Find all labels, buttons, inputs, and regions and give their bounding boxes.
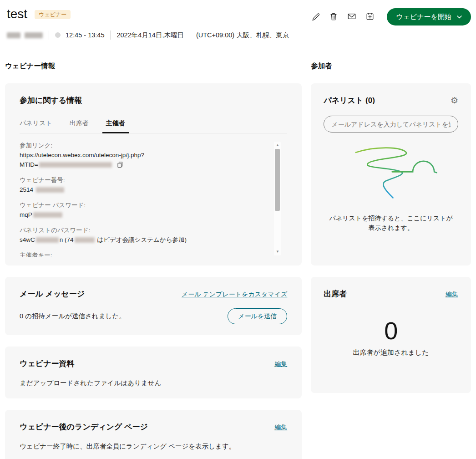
redacted-panelist-password [36,237,59,243]
envelope-icon [347,12,356,21]
header-actions: ウェビナーを開始 [310,6,471,26]
webinar-meta-row: 12:45 - 13:45 2022年4月14日,木曜日 (UTC+09:00)… [7,31,471,40]
section-title-webinar-info: ウェビナー情報 [5,61,302,71]
email-card-title: メール メッセージ [20,289,85,299]
divider [110,31,111,40]
landing-description: ウェビナー終了時に、出席者全員にランディング ページを表示します。 [20,442,287,451]
tab-panelist[interactable]: パネリスト [20,119,52,128]
join-link-url: https://utelecon.webex.com/utelecon-jp/j… [20,152,144,158]
attendees-edit-link[interactable]: 編集 [446,291,458,299]
attendees-card: 出席者 編集 0 出席者が追加されました [311,277,471,393]
materials-card-title: ウェビナー資料 [20,358,75,369]
tab-attendee[interactable]: 出席者 [70,119,89,128]
webinar-number-value: 2514 [20,186,33,193]
copy-icon [116,161,123,168]
participants-column: 参加者 パネリスト (0) ⚙ [311,61,471,459]
panelist-password-field: パネリストのパスワード: s4wCn (74 はビデオ会議システムから参加) [20,225,267,245]
redacted-host-name-2 [25,32,43,38]
materials-card: ウェビナー資料 編集 まだアップロードされたファイルはありません [5,347,302,398]
panelists-card-title: パネリスト (0) [324,95,375,106]
edit-button[interactable] [310,12,320,22]
landing-page-card: ウェビナー後のランディング ページ 編集 ウェビナー終了時に、出席者全員にランデ… [5,410,302,459]
send-email-button[interactable]: メールを送信 [228,308,287,324]
divider [49,31,49,40]
materials-edit-link[interactable]: 編集 [274,360,287,368]
webinar-info-column: ウェビナー情報 参加に関する情報 パネリスト 出席者 主催者 参加リンク: ht… [5,61,302,459]
panelist-password-mid: n (74 [60,236,74,243]
attendee-count: 0 [324,318,458,343]
empty-panelists-illustration [342,143,440,204]
webinar-timezone: (UTC+09:00) 大阪、札幌、東京 [196,31,289,40]
panelist-password-suffix: はビデオ会議システムから参加) [96,236,187,243]
email-button[interactable] [347,12,357,22]
join-info-title: 参加に関する情報 [20,95,287,106]
panelist-settings-button[interactable]: ⚙ [451,96,458,105]
redacted-mtid [39,162,112,168]
trash-icon [329,12,338,21]
redacted-webinar-number [36,187,64,193]
webinar-type-badge: ウェビナー [35,10,71,19]
panelist-email-input[interactable] [324,116,458,133]
webinar-detail-page: test ウェビナー ウェビナーを開始 12:45 - 13: [0,0,476,459]
panelist-password-label: パネリストのパスワード: [20,225,267,235]
join-info-tabs: パネリスト 出席者 主催者 [20,119,287,133]
tab-host[interactable]: 主催者 [106,119,125,128]
attendees-card-title: 出席者 [324,289,347,299]
start-webinar-button[interactable]: ウェビナーを開始 [387,8,471,26]
panelists-card: パネリスト (0) ⚙ [311,83,471,265]
scrollbar-thumb[interactable] [275,149,280,211]
materials-empty-text: まだアップロードされたファイルはありません [20,379,287,388]
panelist-password-value: s4wC [20,236,35,243]
email-message-card: メール メッセージ メール テンプレートをカスタマイズ 0 の招待メールが送信さ… [5,277,302,335]
copy-link-button[interactable] [116,161,123,169]
webinar-time: 12:45 - 13:45 [66,31,104,39]
webinar-password-value: mqP [20,211,32,218]
email-status-text: 0 の招待メールが送信されました。 [20,312,126,321]
webinar-password-label: ウェビナー パスワード: [20,200,267,210]
chevron-down-icon [457,15,462,19]
redacted-webinar-password [33,212,62,218]
join-link-mtid: MTID= [20,161,38,168]
landing-card-title: ウェビナー後のランディング ページ [20,422,148,432]
webinar-password-field: ウェビナー パスワード: mqP [20,200,267,219]
webinar-number-label: ウェビナー番号: [20,175,267,185]
scroll-up-arrow[interactable]: ▲ [274,143,281,148]
delete-button[interactable] [329,12,339,22]
divider [190,31,190,40]
landing-edit-link[interactable]: 編集 [274,423,287,432]
panelists-empty-hint: パネリストを招待すると、ここにリストが表示されます。 [324,214,458,233]
redacted-video-number [75,237,95,243]
redacted-host-name [7,32,20,38]
pencil-icon [311,12,320,21]
page-header: test ウェビナー ウェビナーを開始 [5,6,471,26]
webinar-title: test [7,6,27,22]
webinar-date: 2022年4月14日,木曜日 [116,31,183,40]
section-title-participants: 参加者 [311,61,471,71]
join-info-scroll-area: 参加リンク: https://utelecon.webex.com/utelec… [20,141,287,257]
join-info-card: 参加に関する情報 パネリスト 出席者 主催者 参加リンク: https://ut… [5,83,302,265]
gear-icon: ⚙ [451,96,458,105]
customize-template-link[interactable]: メール テンプレートをカスタマイズ [182,291,287,299]
calendar-add-icon [365,12,375,21]
scroll-down-arrow[interactable]: ▼ [274,250,281,254]
scrollbar: ▲ ▼ [274,142,281,255]
status-dot [55,32,61,38]
join-link-label: 参加リンク: [20,141,267,150]
join-link-field: 参加リンク: https://utelecon.webex.com/utelec… [20,141,267,169]
start-webinar-label: ウェビナーを開始 [396,13,451,21]
host-key-label: 主催者キー: [20,250,267,257]
attendee-caption: 出席者が追加されました [324,348,458,357]
host-key-field: 主催者キー: [20,250,267,257]
webinar-number-field: ウェビナー番号: 2514 [20,175,267,194]
add-to-calendar-button[interactable] [365,12,375,22]
